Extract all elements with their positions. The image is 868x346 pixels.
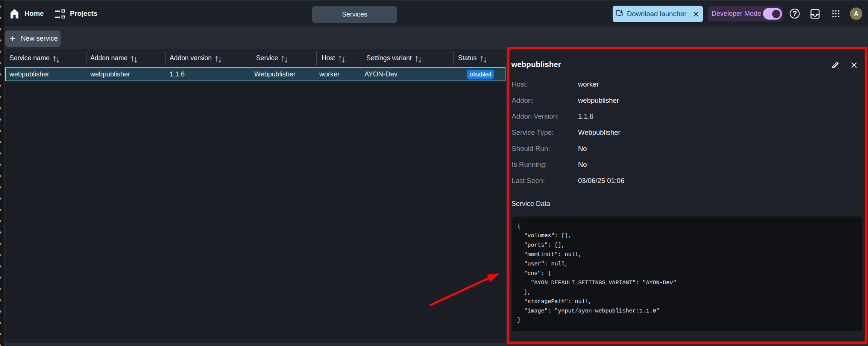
- svg-text:?: ?: [792, 9, 797, 18]
